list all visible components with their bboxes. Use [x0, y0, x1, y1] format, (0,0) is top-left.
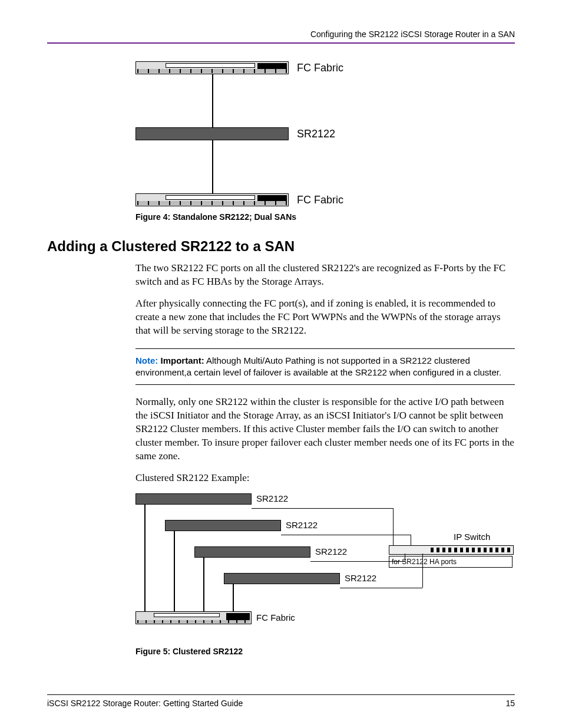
- example-intro: Clustered SR2122 Example:: [135, 472, 515, 485]
- note-box: Note: Important: Although Multi/Auto Pat…: [135, 348, 515, 386]
- sr2122-label-1: SR2122: [256, 493, 288, 503]
- note-label: Note:: [135, 355, 158, 365]
- ip-switch-device: [389, 545, 514, 555]
- sr2122-device-2: [165, 520, 281, 531]
- fc-fabric-device: [135, 611, 252, 624]
- sr2122-label: SR2122: [297, 128, 335, 140]
- sr2122-device-1: [135, 493, 252, 505]
- sr2122-label-2: SR2122: [286, 520, 318, 530]
- connector-line: [212, 140, 213, 193]
- sr2122-label-3: SR2122: [315, 546, 347, 556]
- figure-5-caption: Figure 5: Clustered SR2122: [135, 647, 515, 656]
- paragraph-1: The two SR2122 FC ports on all the clust…: [135, 262, 515, 289]
- sr2122-label-4: SR2122: [345, 573, 376, 583]
- note-important: Important:: [161, 355, 204, 365]
- fc-fabric-label: FC Fabric: [256, 612, 295, 622]
- ip-switch-label: IP Switch: [454, 532, 490, 542]
- fc-fabric-device-top: [135, 61, 289, 74]
- connector-line: [212, 74, 213, 127]
- section-heading: Adding a Clustered SR2122 to a SAN: [47, 238, 515, 255]
- paragraph-3: Normally, only one SR2122 within the clu…: [135, 396, 515, 463]
- ip-switch-note: for SR2122 HA ports: [389, 556, 513, 568]
- page-number: 15: [505, 699, 515, 708]
- running-header: Configuring the SR2122 iSCSI Storage Rou…: [47, 29, 515, 39]
- paragraph-2: After physically connecting the FC port(…: [135, 297, 515, 338]
- fc-fabric-label-top: FC Fabric: [297, 62, 343, 74]
- figure-4-caption: Figure 4: Standalone SR2122; Dual SANs: [135, 212, 515, 222]
- figure-4: FC Fabric SR2122 FC Fabric: [135, 61, 515, 206]
- fc-fabric-device-bottom: [135, 193, 289, 206]
- page-footer: iSCSI SR2122 Storage Router: Getting Sta…: [47, 694, 515, 708]
- footer-title: iSCSI SR2122 Storage Router: Getting Sta…: [47, 699, 243, 708]
- header-rule: [47, 42, 515, 44]
- sr2122-device: [135, 127, 289, 140]
- figure-5: SR2122 SR2122 SR2122 SR2122 FC Fabric IP…: [135, 493, 515, 641]
- sr2122-device-4: [224, 573, 340, 584]
- sr2122-device-3: [194, 546, 310, 558]
- fc-fabric-label-bottom: FC Fabric: [297, 194, 343, 206]
